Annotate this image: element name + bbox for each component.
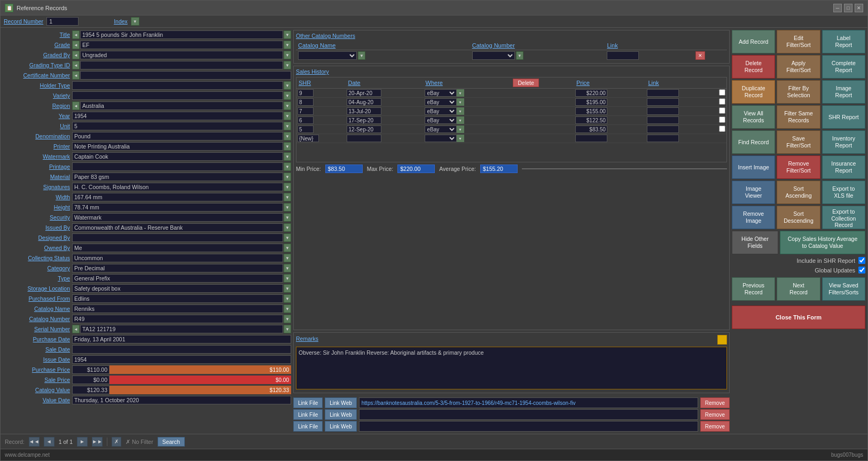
sales-shr-8[interactable] — [298, 98, 314, 106]
owned-by-dropdown[interactable]: ▼ — [284, 244, 291, 252]
material-label[interactable]: Material — [3, 174, 72, 180]
issued-by-dropdown[interactable]: ▼ — [284, 223, 291, 232]
sales-where-6[interactable]: eBay — [425, 116, 457, 124]
sales-link-8[interactable] — [647, 98, 679, 106]
designed-by-dropdown[interactable]: ▼ — [284, 233, 291, 242]
link-url-input-2[interactable] — [359, 409, 698, 420]
copy-sales-history-button[interactable]: Copy Sales History Averageto Catalog Val… — [780, 231, 865, 254]
previous-record-button[interactable]: PreviousRecord — [732, 277, 775, 301]
watermark-input[interactable] — [72, 152, 283, 161]
height-label[interactable]: Height — [3, 204, 72, 210]
grade-input[interactable] — [80, 41, 283, 49]
storage-location-dropdown[interactable]: ▼ — [284, 284, 291, 293]
filter-same-records-button[interactable]: Filter SameRecords — [777, 105, 820, 129]
grading-type-dropdown[interactable]: ▼ — [284, 61, 291, 69]
avg-price-input[interactable] — [480, 165, 518, 173]
sales-shr-9[interactable] — [298, 89, 314, 97]
grading-type-arrow[interactable]: ◄ — [72, 61, 80, 69]
security-label[interactable]: Security — [3, 214, 72, 221]
width-label[interactable]: Width — [3, 194, 72, 200]
inventory-report-button[interactable]: InventoryReport — [822, 130, 865, 154]
height-dropdown[interactable]: ▼ — [284, 203, 291, 212]
material-input[interactable] — [72, 173, 283, 181]
sales-price-new[interactable] — [575, 135, 607, 142]
sales-link-6[interactable] — [647, 116, 679, 124]
sales-where-9[interactable]: eBay — [425, 89, 457, 97]
nav-first-button[interactable]: ◄◄ — [29, 437, 40, 447]
sales-title[interactable]: Sales History — [296, 68, 727, 75]
serial-number-arrow[interactable]: ◄ — [72, 325, 80, 333]
remove-image-button[interactable]: RemoveImage — [732, 206, 775, 229]
link-url-input-1[interactable] — [359, 397, 698, 408]
sales-price-5[interactable] — [575, 126, 607, 133]
nav-search-button[interactable]: Search — [158, 437, 185, 447]
denomination-dropdown[interactable]: ▼ — [284, 132, 291, 140]
catalog-name-input[interactable] — [72, 304, 283, 313]
collecting-status-input[interactable] — [72, 254, 283, 262]
sales-scrollbar[interactable] — [522, 168, 727, 169]
year-input[interactable] — [72, 112, 283, 120]
image-report-button[interactable]: ImageReport — [822, 80, 865, 104]
cert-num-label[interactable]: Certificate Number — [3, 72, 72, 79]
region-dropdown[interactable]: ▼ — [284, 101, 291, 110]
view-saved-filters-button[interactable]: View SavedFilters/Sorts — [822, 277, 865, 301]
denomination-label[interactable]: Denomination — [3, 133, 72, 139]
sales-shr-6[interactable] — [298, 116, 314, 124]
year-dropdown[interactable]: ▼ — [284, 112, 291, 120]
printage-dropdown[interactable]: ▼ — [284, 162, 291, 171]
nav-next-button[interactable]: ► — [77, 437, 88, 447]
shr-report-button[interactable]: SHR Report — [822, 105, 865, 129]
delete-record-button[interactable]: DeleteRecord — [732, 55, 775, 79]
link-web-button-2[interactable]: Link Web — [325, 409, 357, 420]
storage-location-label[interactable]: Storage Location — [3, 285, 72, 292]
record-number-input[interactable] — [46, 17, 79, 26]
link-web-button-3[interactable]: Link Web — [325, 421, 357, 432]
type-label[interactable]: Type — [3, 275, 72, 282]
catalog-number-dropdown[interactable]: ▼ — [284, 315, 291, 323]
category-label[interactable]: Category — [3, 265, 72, 271]
catalog-number-label[interactable]: Catalog Number — [3, 316, 72, 322]
denomination-input[interactable] — [72, 132, 283, 140]
title-arrow[interactable]: ◄ — [72, 30, 80, 39]
nav-new-button[interactable]: ✗ — [112, 437, 121, 447]
printer-dropdown[interactable]: ▼ — [284, 142, 291, 151]
title-dropdown[interactable]: ▼ — [284, 30, 291, 39]
signatures-input[interactable] — [72, 183, 283, 191]
image-viewer-button[interactable]: ImageViewer — [732, 181, 775, 204]
catalog-value-input[interactable] — [72, 386, 110, 394]
catalog-number-dropdown-btn[interactable]: ▼ — [516, 51, 523, 60]
sale-price-input[interactable] — [72, 376, 110, 384]
include-shr-checkbox[interactable] — [858, 257, 865, 264]
grade-arrow[interactable]: ◄ — [72, 41, 80, 49]
holder-type-dropdown[interactable]: ▼ — [284, 81, 291, 90]
remarks-title[interactable]: Remarks — [296, 335, 318, 342]
global-updates-checkbox[interactable] — [858, 267, 865, 274]
sales-date-7[interactable] — [347, 107, 381, 115]
link-file-button-1[interactable]: Link File — [293, 397, 323, 408]
purchased-from-dropdown[interactable]: ▼ — [284, 294, 291, 303]
unit-label[interactable]: Unit — [3, 123, 72, 129]
purchase-date-input[interactable] — [72, 335, 291, 343]
sales-delete-button[interactable]: Delete — [513, 79, 538, 87]
sales-link-5[interactable] — [647, 126, 679, 133]
sales-price-8[interactable] — [575, 98, 607, 106]
type-dropdown[interactable]: ▼ — [284, 274, 291, 283]
sales-where-7[interactable]: eBay — [425, 107, 457, 115]
sales-where-new[interactable] — [425, 135, 457, 142]
sales-date-8[interactable] — [347, 98, 381, 106]
graded-by-dropdown[interactable]: ▼ — [284, 51, 291, 59]
minimize-button[interactable]: ─ — [833, 4, 842, 12]
sales-check-9[interactable] — [719, 89, 725, 96]
purchased-from-label[interactable]: Purchased From — [3, 295, 72, 302]
sales-where-8[interactable]: eBay — [425, 98, 457, 106]
purchase-date-label[interactable]: Purchase Date — [3, 336, 72, 342]
owned-by-input[interactable] — [72, 244, 283, 252]
catalog-name-dropdown-btn[interactable]: ▼ — [358, 51, 365, 60]
designed-by-label[interactable]: Designed By — [3, 235, 72, 241]
unit-dropdown[interactable]: ▼ — [284, 122, 291, 130]
catalog-name-label[interactable]: Catalog Name — [3, 306, 72, 312]
edit-filter-sort-button[interactable]: EditFilter/Sort — [777, 30, 820, 53]
material-dropdown[interactable]: ▼ — [284, 173, 291, 181]
sales-check-8[interactable] — [719, 98, 725, 105]
next-record-button[interactable]: NextRecord — [777, 277, 820, 301]
